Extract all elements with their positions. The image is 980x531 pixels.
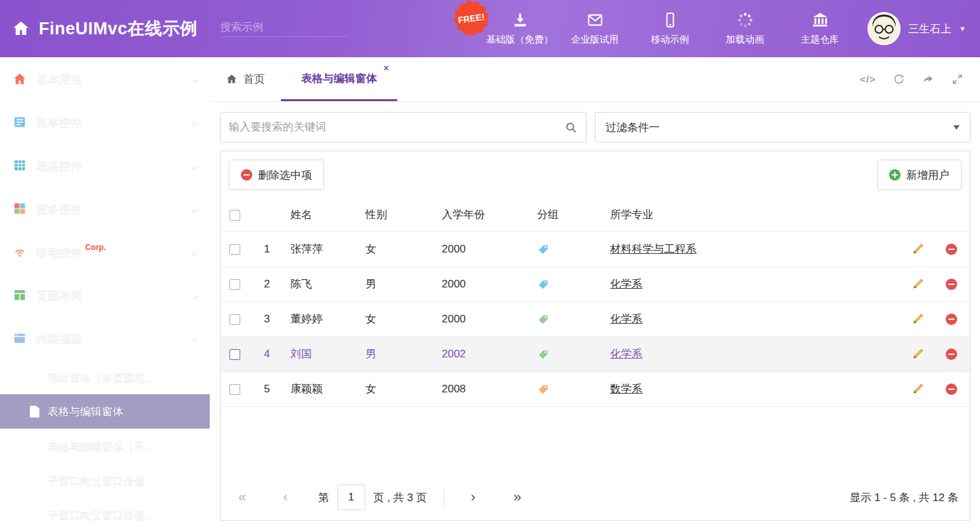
cell-year: 2000 (434, 266, 529, 301)
table-row[interactable]: 5 康颖颖 女 2008 数学系 (221, 371, 970, 406)
delete-row-icon[interactable] (946, 383, 957, 395)
delete-row-icon[interactable] (946, 314, 957, 325)
major-link[interactable]: 材料科学与工程系 (610, 243, 697, 255)
edit-pencil-icon[interactable] (911, 348, 924, 361)
source-code-button[interactable]: </> (860, 74, 876, 85)
tag-icon (537, 244, 549, 256)
major-link[interactable]: 数学系 (610, 383, 643, 395)
nav-item-mobile-demo[interactable]: 移动示例 (632, 0, 707, 57)
nav-item-theme-repo[interactable]: 主题仓库 (782, 0, 857, 57)
column-header-major: 所学专业 (602, 198, 902, 231)
column-header-group: 分组 (529, 198, 602, 231)
add-user-button[interactable]: 新增用户 (877, 160, 962, 190)
chevron-right-icon: ▶ (193, 205, 198, 213)
file-icon (30, 509, 39, 521)
tag-icon (537, 383, 549, 396)
record-summary: 显示 1 - 5 条 , 共 12 条 (850, 490, 958, 505)
table-row-selected[interactable]: 4 刘国 男 2002 化学系 (221, 336, 970, 371)
major-link[interactable]: 化学系 (610, 313, 643, 325)
tab-grid-edit-window[interactable]: 表格与编辑窗体 × (281, 57, 397, 101)
sidebar-item-form-controls[interactable]: 表单控件 ▶ (0, 100, 210, 144)
delete-row-icon[interactable] (946, 348, 957, 360)
maximize-button[interactable] (951, 73, 963, 85)
row-checkbox[interactable] (229, 279, 240, 290)
tag-icon (537, 314, 549, 326)
sidebar-subitem-grid-edit-window[interactable]: 表格与编辑窗体 (0, 394, 210, 429)
sidebar-item-mobile-controls[interactable]: 移动控件 Corp. ▶ (0, 230, 210, 273)
user-name: 三生石上 (908, 22, 951, 36)
nav-label: 移动示例 (651, 34, 689, 46)
corp-badge: Corp. (85, 243, 106, 252)
close-icon[interactable]: × (383, 63, 389, 72)
prev-page-button[interactable]: ‹ (283, 490, 287, 504)
delete-row-icon[interactable] (946, 279, 957, 290)
edit-pencil-icon[interactable] (911, 313, 924, 326)
nav-label: 企业版试用 (571, 34, 619, 46)
tab-home[interactable]: 首页 (210, 57, 281, 101)
delete-selected-button[interactable]: 删除选中项 (229, 160, 324, 190)
plus-circle-icon (889, 169, 901, 181)
next-page-button[interactable]: › (471, 490, 475, 504)
file-icon (30, 474, 39, 486)
sidebar-item-table-controls[interactable]: 表格控件 ▶ (0, 144, 210, 187)
search-icon (564, 121, 578, 134)
cell-gender: 女 (358, 301, 434, 336)
pagination-bar: « ‹ 第 页 , 共 3 页 › » 显示 1 - 5 条 , 共 12 条 (221, 477, 970, 520)
table-row[interactable]: 3 董婷婷 女 2000 化学系 (221, 301, 970, 336)
sidebar-item-inline-frame[interactable]: 内联框架 ▼ (0, 317, 210, 360)
spinner-icon (737, 11, 754, 29)
major-link[interactable]: 化学系 (610, 348, 643, 360)
delete-row-icon[interactable] (946, 244, 957, 255)
sidebar-subitem-child-to-parent[interactable]: 子窗口向父窗口传值 (0, 463, 210, 497)
table-row[interactable]: 1 张萍萍 女 2000 材料科学与工程系 (221, 231, 970, 266)
refresh-button[interactable] (893, 73, 905, 85)
cell-year: 2002 (434, 336, 529, 371)
sidebar-subitem-label: 表格与编辑窗体 (48, 404, 123, 419)
button-label: 删除选中项 (258, 168, 312, 183)
header-search-input[interactable] (221, 21, 361, 34)
select-all-checkbox[interactable] (229, 210, 240, 221)
user-menu[interactable]: 三生石上 ▼ (868, 12, 966, 45)
page-label-prefix: 第 (318, 490, 329, 505)
nav-item-basic-free[interactable]: FREE! 基础版（免费） (482, 0, 557, 57)
row-checkbox[interactable] (229, 244, 240, 255)
row-checkbox[interactable] (229, 314, 240, 325)
sidebar-item-basic-usage[interactable]: 基本用法 ▶ (0, 57, 210, 100)
sidebar-subitem-child-to-parent-2[interactable]: 子窗口向父窗口传值... (0, 497, 210, 531)
cell-year: 2000 (434, 231, 529, 266)
search-button[interactable] (564, 121, 578, 134)
envelope-icon (587, 11, 604, 29)
sidebar-item-label: 移动控件 (36, 244, 82, 259)
sidebar-subitem-popup-window[interactable]: 弹出窗体（本页面或... (0, 360, 210, 394)
page-number-input[interactable] (337, 485, 365, 510)
page-label-suffix: 页 , 共 3 页 (374, 490, 427, 505)
sidebar-subitem-grid-edit-window-2[interactable]: 表格与编辑窗体（不... (0, 429, 210, 463)
nav-label: 基础版（免费） (487, 34, 554, 46)
keyword-search-input[interactable] (229, 121, 564, 134)
sidebar-item-page-layout[interactable]: 页面布局 ▶ (0, 273, 210, 317)
last-page-button[interactable]: » (514, 490, 521, 504)
table-row[interactable]: 2 陈飞 男 2000 化学系 (221, 266, 970, 301)
table-icon (13, 158, 27, 172)
sidebar-item-label: 内联框架 (36, 331, 82, 346)
form-icon (13, 115, 27, 129)
filter-dropdown-value: 过滤条件一 (606, 120, 660, 135)
app-logo[interactable]: FineUIMvc在线示例 (11, 17, 198, 40)
major-link[interactable]: 化学系 (610, 278, 643, 290)
row-checkbox[interactable] (229, 384, 240, 395)
edit-pencil-icon[interactable] (911, 243, 924, 256)
edit-pencil-icon[interactable] (911, 383, 924, 396)
share-button[interactable] (922, 73, 934, 85)
tab-bar: 首页 表格与编辑窗体 × </> (210, 57, 980, 102)
filter-dropdown[interactable]: 过滤条件一 (595, 112, 970, 142)
first-page-button[interactable]: « (238, 490, 246, 504)
edit-pencil-icon[interactable] (911, 278, 924, 291)
nav-item-enterprise-trial[interactable]: 企业版试用 (557, 0, 632, 57)
grid-toolbar: 删除选中项 新增用户 (221, 151, 970, 198)
sidebar-item-more-controls[interactable]: 更多控件 ▶ (0, 187, 210, 230)
frame-icon (13, 331, 27, 345)
row-checkbox[interactable] (229, 349, 240, 360)
user-avatar (868, 12, 901, 45)
nav-item-loading-animation[interactable]: 加载动画 (707, 0, 782, 57)
cell-year: 2000 (434, 301, 529, 336)
